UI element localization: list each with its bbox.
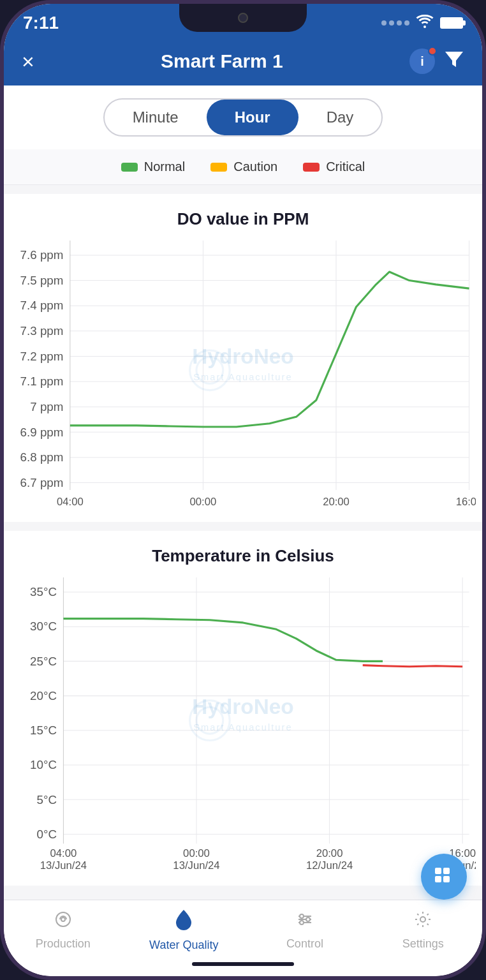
production-icon (54, 910, 73, 933)
svg-text:00:00: 00:00 (190, 496, 217, 507)
bottom-nav: Production Water Quality (4, 900, 482, 957)
scroll-content[interactable]: DO value in PPM 7.6 ppm 7.5 ppm 7.4 ppm … (4, 185, 482, 900)
water-quality-label: Water Quality (149, 939, 218, 952)
svg-text:12/Jun/24: 12/Jun/24 (306, 859, 353, 870)
camera (238, 13, 248, 23)
svg-text:04:00: 04:00 (50, 847, 77, 859)
signal-dot-1 (381, 20, 387, 26)
do-chart-area: 7.6 ppm 7.5 ppm 7.4 ppm 7.3 ppm 7.2 ppm … (10, 241, 476, 509)
temp-chart-svg: 35°C 30°C 25°C 20°C 15°C 10°C 5°C 0°C (10, 577, 476, 870)
svg-text:7.3 ppm: 7.3 ppm (20, 324, 64, 338)
legend-bar: Normal Caution Critical (4, 149, 482, 185)
production-label: Production (36, 937, 91, 951)
control-label: Control (286, 937, 323, 951)
normal-label: Normal (144, 160, 185, 174)
svg-text:00:00: 00:00 (183, 847, 210, 859)
battery-icon (440, 17, 463, 29)
nav-production[interactable]: Production (31, 910, 95, 951)
time-tabs: Minute Hour Day (103, 98, 383, 137)
svg-text:6.9 ppm: 6.9 ppm (20, 426, 64, 439)
phone-screen: 7:11 × Smart Farm 1 (4, 4, 482, 976)
status-time: 7:11 (23, 13, 59, 33)
svg-text:Smart Aquaculture: Smart Aquaculture (193, 722, 292, 732)
time-selector: Minute Hour Day (4, 85, 482, 149)
critical-dot (303, 163, 320, 172)
close-button[interactable]: × (22, 50, 34, 72)
legend-normal: Normal (121, 160, 185, 174)
caution-dot (210, 163, 227, 172)
notification-badge (428, 47, 437, 56)
header-title: Smart Farm 1 (161, 50, 283, 72)
svg-point-77 (300, 914, 304, 918)
phone-frame: 7:11 × Smart Farm 1 (0, 0, 486, 980)
wifi-icon (416, 14, 434, 32)
home-indicator (4, 957, 482, 976)
nav-settings[interactable]: Settings (391, 910, 455, 951)
svg-text:30°C: 30°C (30, 620, 57, 634)
svg-text:13/Jun/24: 13/Jun/24 (173, 859, 219, 870)
svg-text:15°C: 15°C (30, 724, 57, 737)
svg-rect-68 (435, 868, 441, 874)
tab-hour[interactable]: Hour (207, 100, 298, 135)
grid-icon (432, 865, 455, 888)
svg-text:7.4 ppm: 7.4 ppm (20, 299, 64, 312)
status-icons (381, 14, 463, 32)
svg-rect-69 (443, 868, 450, 874)
svg-point-73 (61, 917, 65, 921)
temp-chart-area: 35°C 30°C 25°C 20°C 15°C 10°C 5°C 0°C (10, 577, 476, 873)
svg-point-78 (306, 917, 310, 921)
notch (179, 4, 307, 32)
svg-rect-71 (443, 876, 450, 882)
fab-button[interactable] (421, 854, 467, 900)
caution-label: Caution (233, 160, 277, 174)
settings-label: Settings (402, 937, 444, 951)
signal-dot-3 (397, 20, 402, 26)
do-chart-svg: 7.6 ppm 7.5 ppm 7.4 ppm 7.3 ppm 7.2 ppm … (10, 241, 476, 507)
svg-text:7.1 ppm: 7.1 ppm (20, 375, 64, 388)
temp-chart-title: Temperature in Celsius (10, 546, 476, 566)
svg-text:20°C: 20°C (30, 689, 57, 702)
svg-text:7.2 ppm: 7.2 ppm (20, 350, 64, 363)
svg-text:7.6 ppm: 7.6 ppm (20, 248, 64, 262)
svg-text:13/Jun/24: 13/Jun/24 (40, 859, 87, 870)
settings-icon (413, 910, 432, 933)
svg-text:10°C: 10°C (30, 758, 57, 771)
nav-water-quality[interactable]: Water Quality (149, 909, 218, 952)
svg-text:5°C: 5°C (37, 793, 57, 806)
svg-text:6.8 ppm: 6.8 ppm (20, 450, 64, 464)
svg-text:6.7 ppm: 6.7 ppm (20, 476, 64, 489)
tab-minute[interactable]: Minute (105, 100, 207, 135)
signal-dots (381, 20, 409, 26)
svg-text:7 ppm: 7 ppm (30, 400, 63, 413)
signal-dot-4 (404, 20, 409, 26)
svg-point-72 (56, 912, 70, 926)
svg-text:25°C: 25°C (30, 655, 57, 668)
control-icon (295, 910, 314, 933)
filter-button[interactable] (444, 50, 464, 73)
app-header: × Smart Farm 1 i (4, 40, 482, 85)
svg-text:20:00: 20:00 (323, 496, 350, 507)
svg-text:20:00: 20:00 (316, 847, 343, 859)
temp-chart-container: Temperature in Celsius 35°C 30°C 25°C 20… (4, 531, 482, 886)
home-bar (192, 962, 294, 966)
legend-caution: Caution (210, 160, 277, 174)
svg-point-80 (420, 917, 425, 922)
info-button[interactable]: i (409, 48, 435, 74)
do-chart-title: DO value in PPM (10, 209, 476, 229)
signal-dot-2 (389, 20, 394, 26)
tab-day[interactable]: Day (298, 100, 382, 135)
svg-text:Smart Aquaculture: Smart Aquaculture (193, 372, 292, 382)
svg-text:16:00: 16:00 (456, 496, 476, 507)
critical-label: Critical (326, 160, 365, 174)
svg-point-79 (300, 921, 304, 924)
normal-dot (121, 163, 138, 172)
legend-critical: Critical (303, 160, 365, 174)
do-chart-container: DO value in PPM 7.6 ppm 7.5 ppm 7.4 ppm … (4, 194, 482, 522)
svg-text:04:00: 04:00 (57, 496, 84, 507)
header-actions: i (409, 48, 464, 74)
water-quality-icon (175, 909, 193, 935)
svg-rect-70 (435, 876, 441, 882)
svg-text:0°C: 0°C (37, 828, 57, 841)
nav-control[interactable]: Control (273, 910, 337, 951)
svg-text:7.5 ppm: 7.5 ppm (20, 274, 64, 287)
